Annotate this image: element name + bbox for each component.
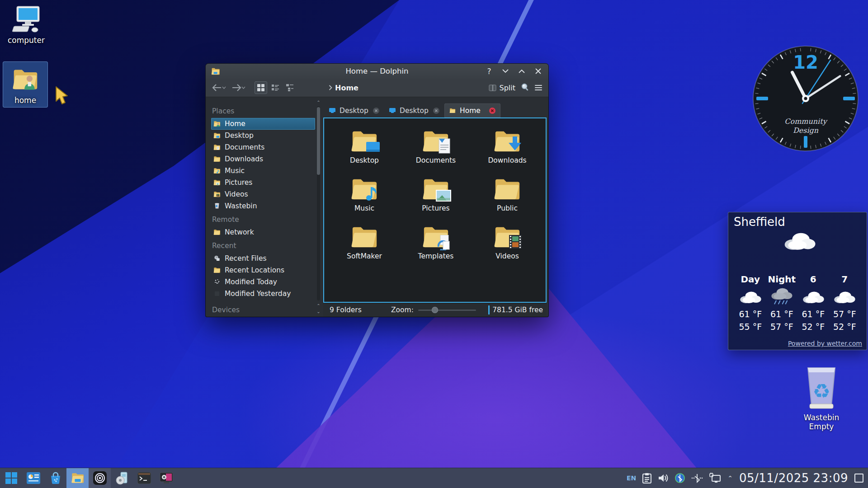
computer-icon	[4, 5, 49, 34]
sidebar-item-network[interactable]: Network	[211, 226, 323, 238]
split-icon	[489, 84, 496, 91]
file-folder-videos[interactable]: Videos	[472, 223, 543, 271]
sidebar-item-desktop[interactable]: Desktop	[211, 130, 323, 141]
tab-desktop-2[interactable]: Desktop	[384, 103, 444, 117]
scroll-down-icon: ⌄	[316, 309, 321, 314]
tab-close-icon[interactable]	[373, 107, 380, 114]
clock-brand-line1: Community	[753, 117, 859, 126]
places-panel: Places Home Desktop Documents Downloads	[206, 97, 323, 317]
close-button[interactable]	[532, 66, 544, 77]
back-button[interactable]	[210, 81, 228, 94]
file-folder-desktop[interactable]: Desktop	[329, 127, 400, 175]
file-folder-downloads[interactable]: Downloads	[472, 127, 543, 175]
scrollbar-thumb	[317, 107, 320, 175]
desktop-icon-label: home	[3, 96, 47, 105]
sidebar-item-pictures[interactable]: Pictures	[211, 177, 323, 188]
tab-home[interactable]: Home	[444, 103, 500, 117]
documents-folder-icon	[213, 144, 221, 151]
cloudy-icon	[829, 289, 861, 305]
dolphin-taskbar-button[interactable]	[66, 468, 89, 488]
tab-bar: Desktop Desktop Home	[323, 103, 547, 117]
file-folder-templates[interactable]: Templates	[400, 223, 472, 271]
tray-expand-chevron[interactable]: ⌃	[727, 474, 733, 482]
taskbar-clock[interactable]: 05/11/2025 23:09	[739, 471, 848, 485]
section-places: Places	[212, 107, 323, 115]
screenshot-tool-button[interactable]	[155, 468, 177, 488]
photo-badge-icon	[436, 190, 451, 202]
menu-button[interactable]	[535, 85, 542, 90]
weather-widget[interactable]: Sheffield Day Night 6 7 61 °F 61 °F 61 °…	[728, 212, 867, 350]
desktop-icon-home[interactable]: home	[3, 61, 48, 108]
weather-attribution-link[interactable]: Powered by wetter.com	[788, 340, 862, 347]
sidebar-item-music[interactable]: Music	[211, 165, 323, 177]
sidebar-item-modified-yesterday[interactable]: Modified Yesterday	[211, 288, 323, 300]
file-folder-public[interactable]: Public	[472, 175, 543, 223]
sidebar-item-wastebin[interactable]: Wastebin	[211, 200, 323, 212]
help-button[interactable]: ?	[483, 66, 495, 77]
maximize-button[interactable]	[516, 66, 528, 77]
bluetooth-icon[interactable]	[675, 473, 685, 483]
split-button[interactable]: Split	[489, 84, 515, 92]
software-installer-button[interactable]	[111, 468, 133, 488]
discover-store-button[interactable]	[44, 468, 66, 488]
file-folder-pictures[interactable]: Pictures	[400, 175, 472, 223]
breadcrumb[interactable]: Home	[335, 84, 359, 92]
bluetooth-transfer-icon[interactable]	[691, 473, 703, 483]
file-folder-music[interactable]: Music	[329, 175, 400, 223]
file-folder-documents[interactable]: Documents	[400, 127, 472, 175]
network-folder-icon	[213, 229, 221, 236]
cloudy-icon	[797, 289, 829, 305]
show-desktop-button[interactable]	[854, 474, 863, 483]
sidebar-item-videos[interactable]: Videos	[211, 188, 323, 200]
tab-close-icon[interactable]	[489, 107, 496, 114]
zoom-slider[interactable]	[418, 307, 476, 313]
file-view[interactable]: Desktop Documents Downloads	[323, 117, 547, 303]
search-button[interactable]	[521, 83, 529, 93]
recent-files-icon	[213, 255, 221, 262]
tab-close-icon[interactable]	[433, 107, 440, 114]
scroll-up-icon: ⌃	[316, 100, 321, 105]
forward-button[interactable]	[230, 81, 247, 94]
tab-desktop-1[interactable]: Desktop	[324, 103, 384, 117]
icons-view-button[interactable]	[255, 81, 267, 94]
display-connector-icon[interactable]	[709, 473, 721, 483]
downloads-folder-icon	[213, 155, 221, 163]
system-settings-button[interactable]	[22, 468, 44, 488]
desktop-folder-icon	[213, 132, 221, 139]
sidebar-item-documents[interactable]: Documents	[211, 141, 323, 153]
analog-clock-widget[interactable]: 12 Community Design	[753, 46, 859, 151]
section-recent: Recent	[212, 242, 323, 250]
filmstrip-badge-icon	[509, 235, 522, 249]
desktop-icon-computer[interactable]: computer	[4, 5, 49, 45]
temp-low: 52 °F	[797, 322, 829, 332]
sidebar-item-recent-files[interactable]: Recent Files	[211, 253, 323, 264]
terminal-button[interactable]	[133, 468, 155, 488]
spiral-app-button[interactable]	[89, 468, 111, 488]
file-folder-softmaker[interactable]: SoftMaker	[329, 223, 400, 271]
zoom-slider-knob[interactable]	[432, 307, 438, 313]
scroll-up2-icon: ⌃	[316, 303, 321, 308]
sidebar-item-downloads[interactable]: Downloads	[211, 153, 323, 165]
templates-badge-icon	[437, 235, 451, 250]
compact-view-button[interactable]	[269, 81, 282, 94]
temp-high: 61 °F	[735, 309, 766, 319]
clipboard-icon[interactable]	[642, 473, 651, 483]
desktop-tab-icon	[389, 108, 396, 113]
titlebar[interactable]: Home — Dolphin ?	[206, 64, 548, 79]
desktop-icon-wastebin[interactable]: ♻ Wastebin Empty	[792, 364, 851, 431]
volume-icon[interactable]	[658, 473, 669, 483]
details-view-button[interactable]	[283, 81, 296, 94]
sidebar-item-modified-today[interactable]: Modified Today	[211, 276, 323, 288]
clock-brand-line2: Design	[753, 126, 859, 135]
sidebar-scrollbar[interactable]: ⌃ ⌃ ⌄	[316, 100, 321, 314]
minimize-button[interactable]	[500, 66, 511, 77]
desktop-icon-label: computer	[4, 36, 49, 45]
temp-high: 57 °F	[829, 309, 861, 319]
breadcrumb-chevron-icon	[329, 85, 332, 90]
keyboard-layout-indicator[interactable]: EN	[627, 474, 636, 482]
clock-numeral-12: 12	[753, 52, 859, 73]
start-button[interactable]	[0, 468, 22, 488]
sidebar-item-recent-locations[interactable]: Recent Locations	[211, 264, 323, 276]
weather-col-header: 7	[829, 274, 861, 285]
sidebar-item-home[interactable]: Home	[211, 118, 315, 130]
